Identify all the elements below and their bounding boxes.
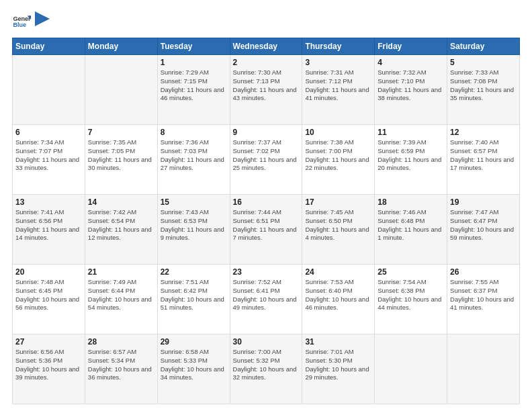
day-info: Sunrise: 7:36 AM Sunset: 7:03 PM Dayligh… [161, 138, 227, 173]
calendar-week-row: 6Sunrise: 7:34 AM Sunset: 7:07 PM Daylig… [13, 125, 520, 195]
day-info: Sunrise: 7:55 AM Sunset: 6:37 PM Dayligh… [450, 278, 517, 312]
day-number: 29 [161, 337, 227, 347]
day-number: 6 [15, 128, 82, 137]
weekday-header: Sunday [13, 38, 85, 55]
calendar-cell: 13Sunrise: 7:41 AM Sunset: 6:56 PM Dayli… [13, 195, 85, 265]
day-info: Sunrise: 7:34 AM Sunset: 7:07 PM Dayligh… [15, 138, 82, 173]
logo: General Blue [12, 12, 50, 31]
calendar-cell: 17Sunrise: 7:45 AM Sunset: 6:50 PM Dayli… [302, 195, 375, 265]
day-info: Sunrise: 7:29 AM Sunset: 7:15 PM Dayligh… [161, 68, 227, 103]
weekday-header: Thursday [302, 38, 375, 55]
day-number: 3 [305, 58, 371, 67]
weekday-header: Saturday [447, 38, 520, 55]
day-number: 8 [161, 128, 227, 137]
calendar-cell: 20Sunrise: 7:48 AM Sunset: 6:45 PM Dayli… [13, 265, 85, 334]
day-number: 28 [88, 337, 154, 347]
day-number: 27 [15, 337, 82, 347]
day-number: 2 [233, 58, 300, 67]
calendar-cell [375, 334, 447, 404]
day-number: 11 [378, 128, 444, 137]
calendar-week-row: 1Sunrise: 7:29 AM Sunset: 7:15 PM Daylig… [13, 55, 520, 125]
day-info: Sunrise: 7:53 AM Sunset: 6:40 PM Dayligh… [305, 278, 371, 312]
calendar-cell: 23Sunrise: 7:52 AM Sunset: 6:41 PM Dayli… [230, 265, 302, 334]
day-number: 12 [450, 128, 517, 137]
calendar-cell: 10Sunrise: 7:38 AM Sunset: 7:00 PM Dayli… [302, 125, 375, 195]
calendar-cell: 31Sunrise: 7:01 AM Sunset: 5:30 PM Dayli… [302, 334, 375, 404]
day-info: Sunrise: 7:31 AM Sunset: 7:12 PM Dayligh… [305, 68, 371, 103]
day-info: Sunrise: 7:40 AM Sunset: 6:57 PM Dayligh… [450, 138, 517, 173]
day-number: 18 [378, 197, 444, 207]
day-info: Sunrise: 7:32 AM Sunset: 7:10 PM Dayligh… [378, 68, 444, 103]
calendar-cell: 16Sunrise: 7:44 AM Sunset: 6:51 PM Dayli… [230, 195, 302, 265]
calendar-header-row: SundayMondayTuesdayWednesdayThursdayFrid… [13, 38, 520, 55]
calendar-cell: 8Sunrise: 7:36 AM Sunset: 7:03 PM Daylig… [157, 125, 230, 195]
day-number: 9 [233, 128, 300, 137]
header: General Blue [12, 12, 520, 31]
day-info: Sunrise: 7:38 AM Sunset: 7:00 PM Dayligh… [305, 138, 371, 173]
day-number: 21 [88, 267, 154, 277]
calendar-cell: 15Sunrise: 7:43 AM Sunset: 6:53 PM Dayli… [157, 195, 230, 265]
calendar-week-row: 27Sunrise: 6:56 AM Sunset: 5:36 PM Dayli… [13, 334, 520, 404]
calendar-cell: 2Sunrise: 7:30 AM Sunset: 7:13 PM Daylig… [230, 55, 302, 125]
day-info: Sunrise: 6:57 AM Sunset: 5:34 PM Dayligh… [88, 348, 154, 382]
day-number: 22 [161, 267, 227, 277]
day-number: 14 [88, 197, 154, 207]
calendar-cell: 28Sunrise: 6:57 AM Sunset: 5:34 PM Dayli… [85, 334, 157, 404]
calendar-cell: 9Sunrise: 7:37 AM Sunset: 7:02 PM Daylig… [230, 125, 302, 195]
calendar-cell: 24Sunrise: 7:53 AM Sunset: 6:40 PM Dayli… [302, 265, 375, 334]
weekday-header: Tuesday [157, 38, 230, 55]
weekday-header: Wednesday [230, 38, 302, 55]
calendar-cell: 6Sunrise: 7:34 AM Sunset: 7:07 PM Daylig… [13, 125, 85, 195]
weekday-header: Monday [85, 38, 157, 55]
calendar-cell: 11Sunrise: 7:39 AM Sunset: 6:59 PM Dayli… [375, 125, 447, 195]
day-number: 15 [161, 197, 227, 207]
calendar-cell: 29Sunrise: 6:58 AM Sunset: 5:33 PM Dayli… [157, 334, 230, 404]
weekday-header: Friday [375, 38, 447, 55]
calendar-table: SundayMondayTuesdayWednesdayThursdayFrid… [12, 38, 520, 404]
calendar-cell: 14Sunrise: 7:42 AM Sunset: 6:54 PM Dayli… [85, 195, 157, 265]
day-number: 31 [305, 337, 371, 347]
day-info: Sunrise: 7:45 AM Sunset: 6:50 PM Dayligh… [305, 208, 371, 242]
day-number: 19 [450, 197, 517, 207]
day-number: 5 [450, 58, 517, 67]
calendar-cell [85, 55, 157, 125]
svg-text:Blue: Blue [13, 21, 26, 28]
day-number: 4 [378, 58, 444, 67]
calendar-week-row: 13Sunrise: 7:41 AM Sunset: 6:56 PM Dayli… [13, 195, 520, 265]
calendar-cell: 30Sunrise: 7:00 AM Sunset: 5:32 PM Dayli… [230, 334, 302, 404]
day-number: 24 [305, 267, 371, 277]
day-number: 10 [305, 128, 371, 137]
calendar-cell: 5Sunrise: 7:33 AM Sunset: 7:08 PM Daylig… [447, 55, 520, 125]
day-info: Sunrise: 7:47 AM Sunset: 6:47 PM Dayligh… [450, 208, 517, 242]
calendar-cell: 26Sunrise: 7:55 AM Sunset: 6:37 PM Dayli… [447, 265, 520, 334]
calendar-cell: 21Sunrise: 7:49 AM Sunset: 6:44 PM Dayli… [85, 265, 157, 334]
day-info: Sunrise: 7:48 AM Sunset: 6:45 PM Dayligh… [15, 278, 82, 312]
calendar-cell: 25Sunrise: 7:54 AM Sunset: 6:38 PM Dayli… [375, 265, 447, 334]
day-number: 17 [305, 197, 371, 207]
calendar-cell [13, 55, 85, 125]
logo-icon: General Blue [12, 12, 31, 31]
day-info: Sunrise: 7:49 AM Sunset: 6:44 PM Dayligh… [88, 278, 154, 312]
day-info: Sunrise: 7:43 AM Sunset: 6:53 PM Dayligh… [161, 208, 227, 242]
day-number: 23 [233, 267, 300, 277]
day-info: Sunrise: 7:46 AM Sunset: 6:48 PM Dayligh… [378, 208, 444, 242]
day-info: Sunrise: 7:39 AM Sunset: 6:59 PM Dayligh… [378, 138, 444, 173]
calendar-cell: 4Sunrise: 7:32 AM Sunset: 7:10 PM Daylig… [375, 55, 447, 125]
day-info: Sunrise: 7:00 AM Sunset: 5:32 PM Dayligh… [233, 348, 300, 382]
calendar-cell: 3Sunrise: 7:31 AM Sunset: 7:12 PM Daylig… [302, 55, 375, 125]
day-number: 26 [450, 267, 517, 277]
day-number: 25 [378, 267, 444, 277]
calendar-cell: 1Sunrise: 7:29 AM Sunset: 7:15 PM Daylig… [157, 55, 230, 125]
day-info: Sunrise: 7:37 AM Sunset: 7:02 PM Dayligh… [233, 138, 300, 173]
logo-arrow-icon [35, 11, 50, 26]
day-info: Sunrise: 7:42 AM Sunset: 6:54 PM Dayligh… [88, 208, 154, 242]
svg-marker-4 [35, 11, 50, 26]
calendar-cell [447, 334, 520, 404]
day-number: 1 [161, 58, 227, 67]
calendar-cell: 22Sunrise: 7:51 AM Sunset: 6:42 PM Dayli… [157, 265, 230, 334]
page: General Blue SundayMondayTuesdayWednesda… [0, 0, 532, 411]
day-info: Sunrise: 7:30 AM Sunset: 7:13 PM Dayligh… [233, 68, 300, 103]
day-info: Sunrise: 7:52 AM Sunset: 6:41 PM Dayligh… [233, 278, 300, 312]
day-number: 20 [15, 267, 82, 277]
day-info: Sunrise: 7:41 AM Sunset: 6:56 PM Dayligh… [15, 208, 82, 242]
